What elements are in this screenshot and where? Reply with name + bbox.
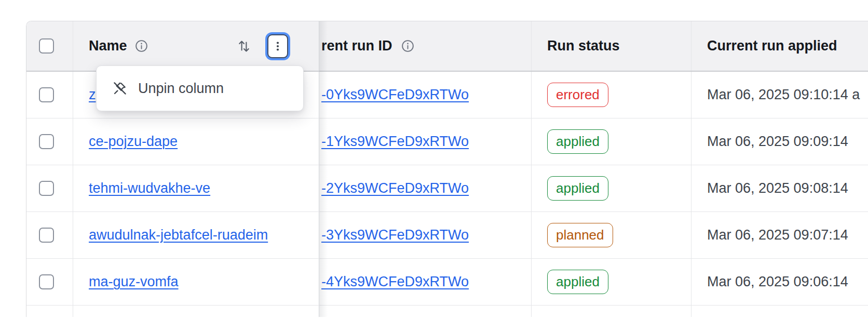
menu-item-unpin-column[interactable]: Unpin column (97, 66, 303, 111)
run-id-link[interactable]: -0Yks9WCFeD9xRTWo (321, 87, 469, 103)
workspace-row: ce-pojzu-dape -1Yks9WCFeD9xRTWo applied … (26, 118, 868, 165)
workspace-row: tehmi-wudvakhe-ve -2Yks9WCFeD9xRTWo appl… (26, 165, 868, 212)
sort-icon[interactable] (236, 38, 252, 54)
run-status-badge: errored (547, 83, 608, 107)
workspace-row-partial (26, 306, 868, 317)
header-run-status-cell: Run status (532, 21, 691, 71)
run-status-badge: applied (547, 176, 608, 201)
header-name-cell: Name (73, 21, 319, 71)
workspace-name-link[interactable]: tehmi-wudvakhe-ve (89, 180, 210, 196)
applied-timestamp: Mar 06, 2025 09:07:14 (707, 227, 848, 243)
header-run-id-cell: rent run ID (319, 21, 532, 71)
applied-timestamp: Mar 06, 2025 09:06:14 (707, 274, 848, 290)
current-run-applied-column-label: Current run applied (707, 38, 837, 54)
header-current-run-applied-cell: Current run applied (691, 21, 868, 71)
run-status-column-label: Run status (547, 38, 620, 54)
select-all-checkbox[interactable] (39, 38, 54, 54)
run-status-badge: applied (547, 270, 608, 294)
run-id-link[interactable]: -1Yks9WCFeD9xRTWo (321, 134, 469, 150)
run-id-link[interactable]: -3Yks9WCFeD9xRTWo (321, 227, 469, 243)
name-column-label: Name (89, 38, 127, 54)
row-checkbox[interactable] (39, 134, 54, 149)
column-menu-button[interactable] (267, 34, 288, 58)
kebab-menu-icon (272, 40, 284, 52)
pin-off-icon (112, 81, 128, 96)
row-checkbox[interactable] (39, 87, 54, 102)
applied-timestamp: Mar 06, 2025 09:10:14 a (707, 87, 860, 103)
workspace-row: awudulnak-jebtafcel-ruadeim -3Yks9WCFeD9… (26, 212, 868, 259)
run-id-link[interactable]: -2Yks9WCFeD9xRTWo (321, 180, 469, 196)
header-select-cell (26, 21, 73, 71)
table-header: Name (26, 21, 868, 72)
menu-item-label: Unpin column (138, 81, 224, 97)
info-icon[interactable] (401, 39, 415, 53)
run-id-link[interactable]: -4Yks9WCFeD9xRTWo (321, 274, 469, 290)
run-status-badge: applied (547, 129, 608, 154)
workspace-name-link[interactable]: z (89, 87, 96, 103)
row-checkbox[interactable] (39, 228, 54, 243)
run-status-badge: planned (547, 223, 613, 247)
run-id-column-label: rent run ID (321, 38, 392, 54)
workspace-name-link[interactable]: awudulnak-jebtafcel-ruadeim (89, 227, 268, 243)
row-checkbox[interactable] (39, 274, 54, 289)
row-checkbox[interactable] (39, 181, 54, 196)
workspace-name-link[interactable]: ce-pojzu-dape (89, 134, 178, 150)
workspace-row: ma-guz-vomfa -4Yks9WCFeD9xRTWo applied M… (26, 259, 868, 306)
workspace-name-link[interactable]: ma-guz-vomfa (89, 274, 179, 290)
applied-timestamp: Mar 06, 2025 09:09:14 (707, 134, 848, 150)
column-menu-popover: Unpin column (96, 65, 304, 111)
info-icon[interactable] (134, 39, 148, 53)
applied-timestamp: Mar 06, 2025 09:08:14 (707, 180, 848, 196)
